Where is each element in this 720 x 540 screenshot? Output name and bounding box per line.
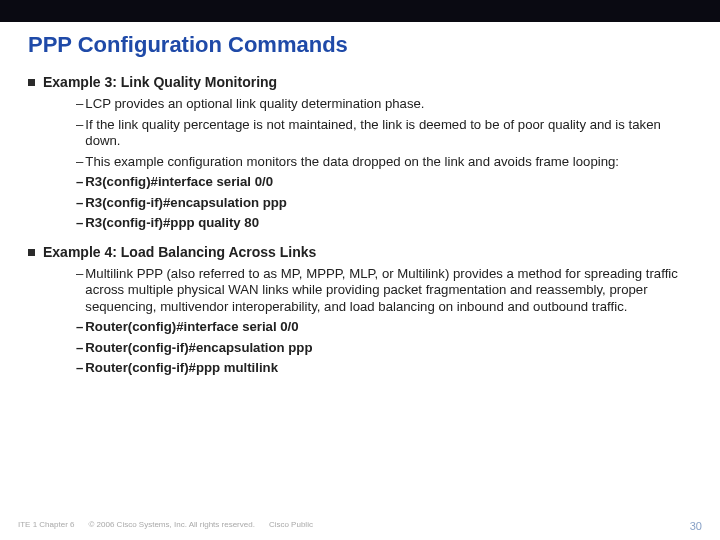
dash-icon: – <box>76 117 83 150</box>
config-line: –R3(config-if)#encapsulation ppp <box>76 195 692 212</box>
bullet-item: –Multilink PPP (also referred to as MP, … <box>76 266 692 316</box>
config-text: Router(config-if)#encapsulation ppp <box>85 340 312 357</box>
config-line: –Router(config)#interface serial 0/0 <box>76 319 692 336</box>
bullet-text: LCP provides an optional link quality de… <box>85 96 424 113</box>
bullet-text: This example configuration monitors the … <box>85 154 619 171</box>
bullet-square-icon <box>28 79 35 86</box>
config-line: –Router(config-if)#ppp multilink <box>76 360 692 377</box>
footer-public: Cisco Public <box>269 520 313 532</box>
footer-left: ITE 1 Chapter 6 © 2006 Cisco Systems, In… <box>18 520 313 532</box>
dash-icon: – <box>76 340 83 357</box>
config-text: R3(config-if)#encapsulation ppp <box>85 195 286 212</box>
dash-icon: – <box>76 215 83 232</box>
top-bar <box>0 0 720 22</box>
bullet-item: –LCP provides an optional link quality d… <box>76 96 692 113</box>
example-4-heading-row: Example 4: Load Balancing Across Links <box>28 244 692 260</box>
dash-icon: – <box>76 96 83 113</box>
bullet-item: –This example configuration monitors the… <box>76 154 692 171</box>
example-4-heading: Example 4: Load Balancing Across Links <box>43 244 316 260</box>
config-line: –R3(config-if)#ppp quality 80 <box>76 215 692 232</box>
slide: PPP Configuration Commands Example 3: Li… <box>0 0 720 540</box>
dash-icon: – <box>76 360 83 377</box>
dash-icon: – <box>76 195 83 212</box>
example-4-bullets: –Multilink PPP (also referred to as MP, … <box>76 266 692 377</box>
bullet-text: Multilink PPP (also referred to as MP, M… <box>85 266 692 316</box>
config-line: –Router(config-if)#encapsulation ppp <box>76 340 692 357</box>
bullet-square-icon <box>28 249 35 256</box>
example-3-bullets: –LCP provides an optional link quality d… <box>76 96 692 232</box>
dash-icon: – <box>76 319 83 336</box>
config-text: R3(config-if)#ppp quality 80 <box>85 215 259 232</box>
config-line: –R3(config)#interface serial 0/0 <box>76 174 692 191</box>
footer-chapter: ITE 1 Chapter 6 <box>18 520 74 532</box>
slide-title: PPP Configuration Commands <box>0 22 720 64</box>
page-number: 30 <box>690 520 702 532</box>
slide-content: Example 3: Link Quality Monitoring –LCP … <box>0 64 720 540</box>
bullet-item: –If the link quality percentage is not m… <box>76 117 692 150</box>
dash-icon: – <box>76 174 83 191</box>
footer: ITE 1 Chapter 6 © 2006 Cisco Systems, In… <box>0 520 720 532</box>
config-text: Router(config)#interface serial 0/0 <box>85 319 298 336</box>
example-3-heading-row: Example 3: Link Quality Monitoring <box>28 74 692 90</box>
example-3-heading: Example 3: Link Quality Monitoring <box>43 74 277 90</box>
footer-copyright: © 2006 Cisco Systems, Inc. All rights re… <box>88 520 254 532</box>
dash-icon: – <box>76 154 83 171</box>
config-text: Router(config-if)#ppp multilink <box>85 360 278 377</box>
dash-icon: – <box>76 266 83 316</box>
bullet-text: If the link quality percentage is not ma… <box>85 117 692 150</box>
config-text: R3(config)#interface serial 0/0 <box>85 174 273 191</box>
